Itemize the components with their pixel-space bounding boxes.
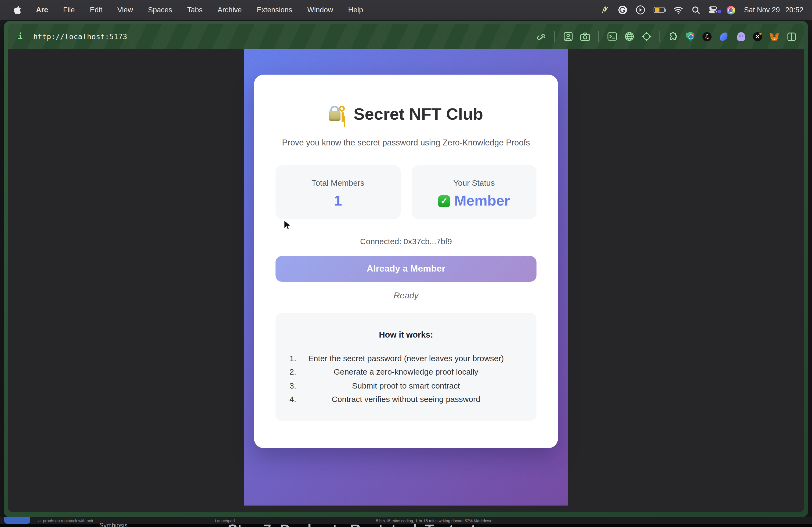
blue-bird-extension-icon[interactable]: [719, 31, 729, 42]
split-view-icon[interactable]: [786, 31, 796, 42]
screenshot-image-icon[interactable]: [563, 31, 573, 42]
page-subtitle: Prove you know the secret password using…: [276, 138, 536, 148]
extensions-puzzle-icon[interactable]: [668, 31, 678, 42]
menu-app-name[interactable]: Arc: [36, 6, 48, 14]
page-title-text: Secret NFT Club: [354, 105, 483, 124]
url-text[interactable]: http://localhost:5173: [33, 32, 127, 41]
metamask-fox-icon[interactable]: [769, 31, 779, 42]
toolbar-divider: [598, 31, 599, 42]
menu-tabs[interactable]: Tabs: [187, 6, 202, 14]
site-info-icon[interactable]: i: [18, 32, 23, 41]
camera-icon[interactable]: [580, 31, 590, 42]
how-it-works-box: How it works: Enter the secret password …: [276, 313, 536, 421]
how-it-works-list: Enter the secret password (never leaves …: [276, 351, 536, 406]
browser-viewport: Secret NFT Club Prove you know the secre…: [8, 49, 804, 512]
how-step-4: Contract verifies without seeing passwor…: [276, 392, 536, 406]
total-members-box: Total Members 1: [276, 165, 400, 219]
menu-window[interactable]: Window: [307, 6, 333, 14]
control-center-icon[interactable]: [709, 6, 718, 13]
check-mark-icon: ✓: [438, 195, 450, 207]
script-l-extension-icon[interactable]: ℒ: [702, 32, 712, 41]
adguard-shield-icon[interactable]: [685, 31, 695, 42]
copy-link-icon[interactable]: [536, 31, 546, 42]
total-members-value: 1: [276, 193, 400, 209]
menu-view[interactable]: View: [117, 6, 133, 14]
vscode-branch-text: zk-proofs on rootstock with noir: [38, 518, 93, 523]
your-status-label: Your Status: [412, 178, 536, 187]
clock-date: Sat Nov 29: [744, 6, 780, 14]
total-members-label: Total Members: [276, 178, 400, 187]
how-step-3: Submit proof to smart contract: [276, 379, 536, 393]
element-picker-icon[interactable]: [641, 31, 651, 42]
mouse-cursor: [284, 220, 292, 234]
globe-icon[interactable]: [624, 31, 634, 42]
menu-archive[interactable]: Archive: [218, 6, 242, 14]
screen: Arc File Edit View Spaces Tabs Archive E…: [0, 0, 812, 527]
toolbar-divider: [554, 31, 555, 42]
toolbar-divider: [659, 31, 660, 42]
how-step-1: Enter the secret password (never leaves …: [276, 351, 536, 365]
ghostery-icon[interactable]: [736, 31, 746, 42]
notification-dot: [718, 10, 722, 13]
doc-project-label: Symbiosis: [99, 522, 128, 527]
grammarly-status-icon[interactable]: [619, 5, 627, 15]
your-status-value: ✓ Member: [412, 193, 536, 209]
arc-browser-window: i http://localhost:5173: [4, 21, 808, 517]
address-bar[interactable]: i http://localhost:5173: [18, 32, 127, 41]
how-step-2: Generate a zero-knowledge proof locally: [276, 365, 536, 379]
menu-spaces[interactable]: Spaces: [148, 6, 172, 14]
status-ready-text: Ready: [276, 291, 536, 301]
macos-menubar: Arc File Edit View Spaces Tabs Archive E…: [0, 0, 812, 20]
play-status-icon[interactable]: [636, 5, 645, 15]
menu-edit[interactable]: Edit: [90, 6, 103, 14]
apple-menu-icon[interactable]: [13, 5, 21, 15]
menubar-clock[interactable]: Sat Nov 29 20:52: [744, 6, 803, 14]
already-member-button[interactable]: Already a Member: [276, 256, 536, 282]
menu-help[interactable]: Help: [348, 6, 363, 14]
page-title: Secret NFT Club: [276, 105, 536, 124]
terminal-icon[interactable]: [607, 31, 617, 42]
webpage-background: Secret NFT Club Prove you know the secre…: [244, 49, 568, 506]
app-card: Secret NFT Club Prove you know the secre…: [254, 75, 558, 448]
rainbow-lens-icon[interactable]: [727, 6, 736, 14]
wifi-icon[interactable]: [674, 6, 683, 14]
your-status-box: Your Status ✓ Member: [412, 165, 536, 219]
how-it-works-heading: How it works:: [276, 330, 536, 340]
x-extension-icon[interactable]: ✕: [753, 32, 762, 41]
member-text: Member: [454, 193, 510, 209]
doc-step-heading: Step 7: Deploy to Rootstock Testnet: [228, 522, 476, 527]
spotlight-search-icon[interactable]: [692, 6, 700, 14]
background-document-window: Symbiosis Step 7: Deploy to Rootstock Te…: [0, 524, 812, 527]
menu-file[interactable]: File: [63, 6, 75, 14]
menu-extensions[interactable]: Extensions: [257, 6, 292, 14]
scribble-status-icon[interactable]: [601, 5, 610, 15]
browser-toolbar: i http://localhost:5173: [8, 24, 804, 49]
vscode-remote-indicator[interactable]: [4, 517, 30, 524]
connected-address: Connected: 0x37cb...7bf9: [276, 237, 536, 246]
lock-with-key-icon: [329, 106, 347, 123]
stats-row: Total Members 1 Your Status ✓ Member: [276, 165, 536, 219]
clock-time: 20:52: [785, 6, 803, 14]
battery-icon[interactable]: [654, 7, 665, 13]
